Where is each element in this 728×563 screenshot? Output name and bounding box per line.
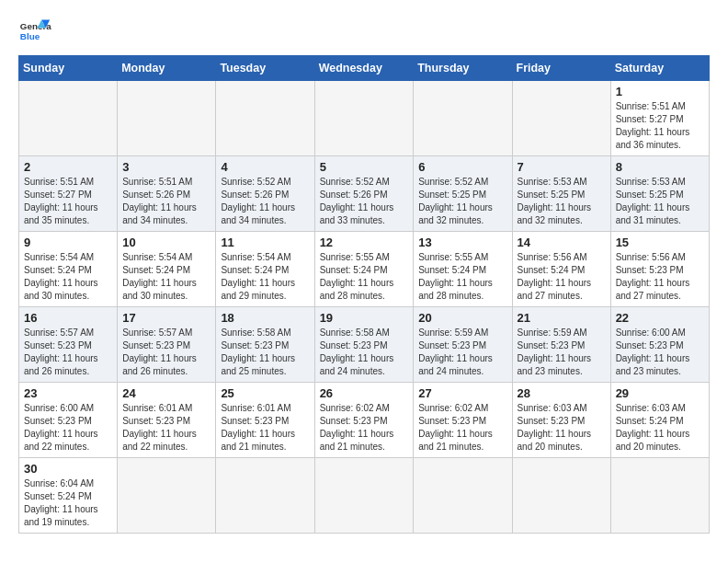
generalblue-logo-icon: General Blue: [18, 15, 51, 48]
calendar-header-row: SundayMondayTuesdayWednesdayThursdayFrid…: [19, 56, 710, 81]
calendar-day-cell: 26Sunrise: 6:02 AM Sunset: 5:23 PM Dayli…: [314, 383, 414, 458]
day-number: 18: [221, 311, 309, 325]
calendar-day-cell: 15Sunrise: 5:56 AM Sunset: 5:23 PM Dayli…: [610, 232, 709, 307]
day-info: Sunrise: 5:58 AM Sunset: 5:23 PM Dayligh…: [221, 327, 309, 378]
weekday-header-thursday: Thursday: [414, 56, 512, 81]
calendar-day-cell: 25Sunrise: 6:01 AM Sunset: 5:23 PM Dayli…: [216, 383, 314, 458]
calendar-day-cell: 19Sunrise: 5:58 AM Sunset: 5:23 PM Dayli…: [314, 307, 414, 383]
day-number: 26: [320, 386, 409, 400]
day-info: Sunrise: 6:04 AM Sunset: 5:24 PM Dayligh…: [24, 477, 112, 529]
day-number: 17: [122, 311, 210, 325]
calendar-day-cell: 3Sunrise: 5:51 AM Sunset: 5:26 PM Daylig…: [118, 156, 216, 232]
calendar-week-row: 1Sunrise: 5:51 AM Sunset: 5:27 PM Daylig…: [19, 81, 710, 156]
calendar-week-row: 30Sunrise: 6:04 AM Sunset: 5:24 PM Dayli…: [19, 458, 710, 534]
day-info: Sunrise: 5:52 AM Sunset: 5:26 PM Dayligh…: [320, 176, 409, 227]
day-info: Sunrise: 5:55 AM Sunset: 5:24 PM Dayligh…: [320, 251, 409, 303]
calendar-day-cell: [118, 81, 216, 156]
day-info: Sunrise: 6:01 AM Sunset: 5:23 PM Dayligh…: [122, 402, 210, 454]
page-header: General Blue: [18, 15, 710, 48]
day-number: 8: [616, 160, 704, 174]
day-info: Sunrise: 5:56 AM Sunset: 5:23 PM Dayligh…: [616, 251, 704, 303]
calendar-day-cell: [414, 81, 512, 156]
day-number: 7: [518, 160, 606, 174]
calendar-day-cell: 24Sunrise: 6:01 AM Sunset: 5:23 PM Dayli…: [118, 383, 216, 458]
day-number: 4: [221, 160, 309, 174]
calendar-week-row: 9Sunrise: 5:54 AM Sunset: 5:24 PM Daylig…: [19, 232, 710, 307]
calendar-day-cell: 22Sunrise: 6:00 AM Sunset: 5:23 PM Dayli…: [610, 307, 709, 383]
calendar-day-cell: [216, 81, 314, 156]
day-info: Sunrise: 5:54 AM Sunset: 5:24 PM Dayligh…: [122, 251, 210, 303]
day-info: Sunrise: 5:51 AM Sunset: 5:26 PM Dayligh…: [122, 176, 210, 227]
day-info: Sunrise: 5:51 AM Sunset: 5:27 PM Dayligh…: [24, 176, 112, 227]
day-number: 28: [518, 386, 606, 400]
day-info: Sunrise: 6:00 AM Sunset: 5:23 PM Dayligh…: [24, 402, 112, 454]
svg-text:Blue: Blue: [20, 31, 40, 41]
day-info: Sunrise: 6:03 AM Sunset: 5:24 PM Dayligh…: [616, 402, 704, 454]
day-info: Sunrise: 5:59 AM Sunset: 5:23 PM Dayligh…: [418, 327, 506, 378]
day-number: 27: [418, 386, 506, 400]
day-number: 24: [122, 386, 210, 400]
day-number: 23: [24, 386, 112, 400]
calendar-day-cell: [314, 458, 414, 534]
calendar-day-cell: [314, 81, 414, 156]
calendar-week-row: 16Sunrise: 5:57 AM Sunset: 5:23 PM Dayli…: [19, 307, 710, 383]
day-info: Sunrise: 5:51 AM Sunset: 5:27 PM Dayligh…: [616, 100, 704, 152]
calendar-day-cell: [512, 458, 610, 534]
day-info: Sunrise: 5:52 AM Sunset: 5:26 PM Dayligh…: [221, 176, 309, 227]
day-number: 19: [320, 311, 409, 325]
calendar-day-cell: 29Sunrise: 6:03 AM Sunset: 5:24 PM Dayli…: [610, 383, 709, 458]
day-number: 11: [221, 236, 309, 249]
day-info: Sunrise: 5:57 AM Sunset: 5:23 PM Dayligh…: [24, 327, 112, 378]
day-number: 25: [221, 386, 309, 400]
weekday-header-friday: Friday: [512, 56, 610, 81]
calendar-day-cell: 13Sunrise: 5:55 AM Sunset: 5:24 PM Dayli…: [414, 232, 512, 307]
calendar-table: SundayMondayTuesdayWednesdayThursdayFrid…: [18, 55, 710, 534]
calendar-day-cell: 20Sunrise: 5:59 AM Sunset: 5:23 PM Dayli…: [414, 307, 512, 383]
calendar-day-cell: 14Sunrise: 5:56 AM Sunset: 5:24 PM Dayli…: [512, 232, 610, 307]
weekday-header-sunday: Sunday: [19, 56, 118, 81]
calendar-day-cell: [414, 458, 512, 534]
calendar-day-cell: 16Sunrise: 5:57 AM Sunset: 5:23 PM Dayli…: [19, 307, 118, 383]
day-number: 12: [320, 236, 409, 249]
calendar-day-cell: 11Sunrise: 5:54 AM Sunset: 5:24 PM Dayli…: [216, 232, 314, 307]
calendar-day-cell: 10Sunrise: 5:54 AM Sunset: 5:24 PM Dayli…: [118, 232, 216, 307]
calendar-day-cell: 12Sunrise: 5:55 AM Sunset: 5:24 PM Dayli…: [314, 232, 414, 307]
calendar-day-cell: 27Sunrise: 6:02 AM Sunset: 5:23 PM Dayli…: [414, 383, 512, 458]
calendar-day-cell: 1Sunrise: 5:51 AM Sunset: 5:27 PM Daylig…: [610, 81, 709, 156]
day-number: 2: [24, 160, 112, 174]
calendar-day-cell: 7Sunrise: 5:53 AM Sunset: 5:25 PM Daylig…: [512, 156, 610, 232]
weekday-header-saturday: Saturday: [610, 56, 709, 81]
day-info: Sunrise: 5:56 AM Sunset: 5:24 PM Dayligh…: [518, 251, 606, 303]
calendar-week-row: 23Sunrise: 6:00 AM Sunset: 5:23 PM Dayli…: [19, 383, 710, 458]
day-info: Sunrise: 5:58 AM Sunset: 5:23 PM Dayligh…: [320, 327, 409, 378]
calendar-day-cell: [19, 81, 118, 156]
calendar-day-cell: [610, 458, 709, 534]
day-number: 3: [122, 160, 210, 174]
day-info: Sunrise: 6:03 AM Sunset: 5:23 PM Dayligh…: [518, 402, 606, 454]
day-number: 13: [418, 236, 506, 249]
calendar-week-row: 2Sunrise: 5:51 AM Sunset: 5:27 PM Daylig…: [19, 156, 710, 232]
calendar-day-cell: [118, 458, 216, 534]
day-info: Sunrise: 5:55 AM Sunset: 5:24 PM Dayligh…: [418, 251, 506, 303]
calendar-day-cell: 23Sunrise: 6:00 AM Sunset: 5:23 PM Dayli…: [19, 383, 118, 458]
day-info: Sunrise: 5:52 AM Sunset: 5:25 PM Dayligh…: [418, 176, 506, 227]
calendar-day-cell: 30Sunrise: 6:04 AM Sunset: 5:24 PM Dayli…: [19, 458, 118, 534]
day-info: Sunrise: 5:53 AM Sunset: 5:25 PM Dayligh…: [616, 176, 704, 227]
day-number: 22: [616, 311, 704, 325]
day-number: 10: [122, 236, 210, 249]
day-info: Sunrise: 6:00 AM Sunset: 5:23 PM Dayligh…: [616, 327, 704, 378]
day-number: 9: [24, 236, 112, 249]
calendar-day-cell: 9Sunrise: 5:54 AM Sunset: 5:24 PM Daylig…: [19, 232, 118, 307]
day-number: 30: [24, 462, 112, 476]
calendar-day-cell: 4Sunrise: 5:52 AM Sunset: 5:26 PM Daylig…: [216, 156, 314, 232]
day-number: 29: [616, 386, 704, 400]
calendar-day-cell: 6Sunrise: 5:52 AM Sunset: 5:25 PM Daylig…: [414, 156, 512, 232]
calendar-day-cell: 17Sunrise: 5:57 AM Sunset: 5:23 PM Dayli…: [118, 307, 216, 383]
day-number: 16: [24, 311, 112, 325]
calendar-day-cell: 2Sunrise: 5:51 AM Sunset: 5:27 PM Daylig…: [19, 156, 118, 232]
day-number: 21: [518, 311, 606, 325]
calendar-day-cell: [512, 81, 610, 156]
calendar-day-cell: 28Sunrise: 6:03 AM Sunset: 5:23 PM Dayli…: [512, 383, 610, 458]
day-number: 6: [418, 160, 506, 174]
day-number: 14: [518, 236, 606, 249]
